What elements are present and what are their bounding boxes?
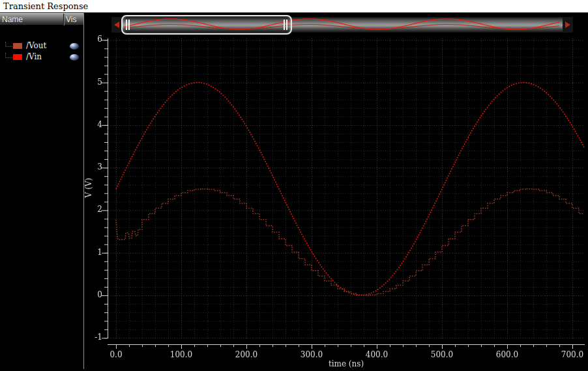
x-tick-label: 700.0 bbox=[554, 350, 588, 359]
column-divider[interactable] bbox=[63, 14, 64, 25]
thumb-left-grip-icon[interactable] bbox=[126, 20, 130, 30]
waveform-plot-canvas[interactable] bbox=[0, 0, 588, 371]
x-axis-title: time (ns) bbox=[314, 359, 379, 368]
signal-panel-header: Name Vis bbox=[0, 13, 83, 25]
scroll-right-arrow-icon bbox=[565, 22, 570, 28]
x-tick-label: 0.0 bbox=[98, 350, 134, 359]
tree-elbow-icon bbox=[5, 53, 12, 58]
overview-range-thumb[interactable] bbox=[121, 15, 292, 35]
vout-visibility-eye-icon[interactable] bbox=[70, 43, 79, 50]
axis-labels-layer: V (V) time (ns) -101234560.0100.0200.030… bbox=[0, 0, 588, 371]
vin-signal-label: /Vin bbox=[26, 52, 42, 61]
x-tick-label: 100.0 bbox=[163, 350, 199, 359]
signal-row-vin[interactable]: /Vin bbox=[0, 52, 83, 63]
waveform-window: Transient Response Name Vis /Vout /Vin bbox=[0, 0, 588, 371]
scroll-right-button[interactable] bbox=[563, 17, 573, 33]
panel-separator[interactable] bbox=[83, 13, 84, 369]
vin-color-swatch bbox=[13, 54, 22, 60]
scroll-left-button[interactable] bbox=[111, 17, 122, 33]
name-column-header: Name bbox=[2, 15, 23, 24]
vin-visibility-eye-icon[interactable] bbox=[70, 54, 79, 61]
window-titlebar: Transient Response bbox=[0, 0, 588, 13]
x-tick-label: 300.0 bbox=[293, 350, 330, 359]
vout-signal-label: /Vout bbox=[26, 41, 46, 50]
x-tick-label: 500.0 bbox=[424, 350, 460, 359]
thumb-right-grip-icon[interactable] bbox=[284, 20, 287, 30]
x-tick-label: 200.0 bbox=[228, 350, 265, 359]
window-title: Transient Response bbox=[3, 1, 88, 11]
vis-column-header: Vis bbox=[66, 15, 76, 24]
tree-elbow-icon bbox=[5, 42, 12, 47]
signal-panel: Name Vis /Vout /Vin bbox=[0, 13, 83, 369]
scroll-left-arrow-icon bbox=[114, 22, 119, 28]
signal-row-vout[interactable]: /Vout bbox=[0, 40, 83, 52]
vout-color-swatch bbox=[13, 43, 22, 49]
x-tick-label: 400.0 bbox=[359, 350, 395, 359]
y-axis-title: V (V) bbox=[84, 168, 93, 207]
x-tick-label: 600.0 bbox=[489, 350, 525, 359]
